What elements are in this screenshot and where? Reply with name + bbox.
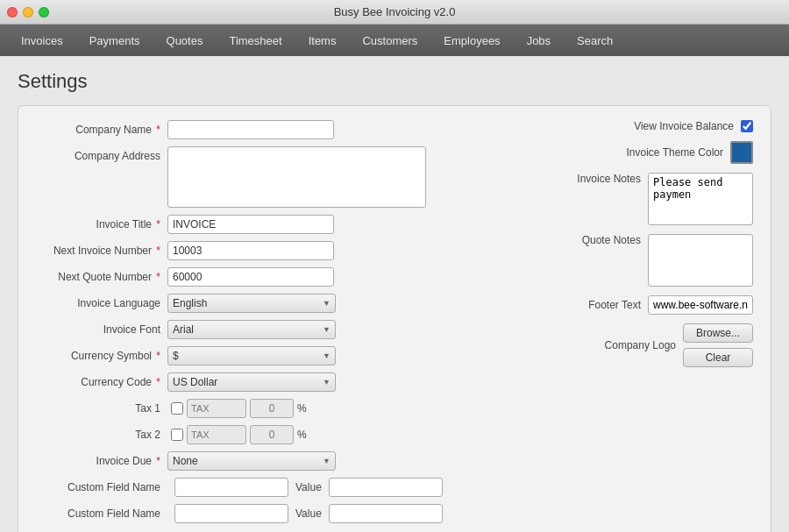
tax1-percent-symbol: % (297, 402, 307, 415)
title-bar: Busy Bee Invoicing v2.0 (0, 0, 789, 25)
currency-symbol-wrapper: $ € £ ¥ (167, 346, 336, 365)
page-title: Settings (18, 70, 771, 93)
next-invoice-number-input[interactable] (167, 241, 334, 260)
next-quote-number-label: Next Quote Number * (36, 267, 167, 287)
company-logo-label: Company Logo (605, 339, 676, 351)
nav-item-timesheet[interactable]: Timesheet (217, 31, 294, 51)
custom-field1-row: Custom Field Name Value (36, 478, 473, 497)
nav-item-items[interactable]: Items (296, 31, 349, 51)
quote-notes-input[interactable] (648, 234, 753, 287)
invoice-font-select[interactable]: Arial Helvetica Times New Roman Courier (167, 320, 336, 339)
company-name-row: Company Name * (36, 120, 473, 139)
invoice-due-select[interactable]: None On Receipt Net 15 Net 30 Net 60 (167, 451, 336, 471)
view-invoice-balance-label: View Invoice Balance (634, 120, 734, 132)
tax1-checkbox[interactable] (171, 402, 183, 415)
tax2-percent-symbol: % (297, 429, 307, 441)
invoice-title-input[interactable] (167, 215, 334, 234)
invoice-theme-color-row: Invoice Theme Color (508, 141, 753, 164)
tax1-name-input[interactable] (187, 399, 246, 418)
footer-text-row: Footer Text (508, 295, 753, 315)
next-quote-number-row: Next Quote Number * (36, 267, 473, 287)
invoice-theme-color-swatch[interactable] (730, 141, 753, 164)
quote-notes-label: Quote Notes (582, 234, 641, 246)
tax2-row: Tax 2 % (36, 425, 473, 444)
currency-code-wrapper: US Dollar Euro British Pound Japanese Ye… (167, 372, 336, 392)
invoice-notes-label: Invoice Notes (577, 173, 641, 185)
settings-card: Company Name * Company Address Invoice T… (18, 105, 771, 532)
currency-code-label: Currency Code * (36, 372, 167, 392)
invoice-font-label: Invoice Font (36, 320, 167, 339)
right-col: View Invoice Balance Invoice Theme Color… (508, 120, 753, 530)
invoice-font-wrapper: Arial Helvetica Times New Roman Courier (167, 320, 336, 339)
invoice-font-row: Invoice Font Arial Helvetica Times New R… (36, 320, 473, 339)
company-address-row: Company Address (36, 146, 473, 208)
nav-bar: Invoices Payments Quotes Timesheet Items… (0, 25, 789, 56)
nav-item-jobs[interactable]: Jobs (515, 31, 563, 51)
custom-field2-value-label: Value (295, 507, 322, 520)
invoice-due-wrapper: None On Receipt Net 15 Net 30 Net 60 (167, 451, 336, 471)
view-invoice-balance-row: View Invoice Balance (508, 120, 753, 132)
invoice-language-wrapper: English French Spanish German (167, 294, 336, 313)
custom-field2-value-input[interactable] (329, 504, 443, 523)
invoice-language-select[interactable]: English French Spanish German (167, 294, 336, 313)
main-content: Settings Company Name * Company Address … (0, 56, 789, 532)
company-logo-row: Company Logo Browse... Clear (508, 323, 753, 367)
custom-field2-name-input[interactable] (174, 504, 288, 523)
maximize-button[interactable] (39, 7, 49, 18)
company-name-input[interactable] (167, 120, 334, 139)
left-col: Company Name * Company Address Invoice T… (36, 120, 473, 530)
invoice-notes-input[interactable]: Please send paymen (648, 173, 753, 225)
invoice-notes-row: Invoice Notes Please send paymen (508, 173, 753, 225)
invoice-due-row: Invoice Due * None On Receipt Net 15 Net… (36, 451, 473, 471)
tax1-row: Tax 1 % (36, 399, 473, 418)
currency-code-row: Currency Code * US Dollar Euro British P… (36, 372, 473, 392)
invoice-title-row: Invoice Title * (36, 215, 473, 234)
nav-item-customers[interactable]: Customers (350, 31, 430, 51)
view-invoice-balance-checkbox[interactable] (741, 120, 753, 132)
close-button[interactable] (7, 7, 18, 18)
currency-symbol-row: Currency Symbol * $ € £ ¥ (36, 346, 473, 365)
custom-field1-label: Custom Field Name (36, 481, 167, 493)
nav-item-quotes[interactable]: Quotes (154, 31, 216, 51)
footer-text-input[interactable] (648, 295, 753, 315)
custom-field2-label: Custom Field Name (36, 507, 167, 520)
traffic-lights (7, 7, 49, 18)
tax1-value-input[interactable] (250, 399, 294, 418)
custom-field1-value-input[interactable] (329, 478, 443, 497)
nav-item-payments[interactable]: Payments (77, 31, 153, 51)
nav-item-invoices[interactable]: Invoices (9, 31, 75, 51)
invoice-theme-color-label: Invoice Theme Color (627, 146, 724, 159)
browse-button[interactable]: Browse... (683, 323, 753, 343)
currency-symbol-label: Currency Symbol * (36, 346, 167, 365)
company-address-input[interactable] (167, 146, 426, 208)
currency-code-select[interactable]: US Dollar Euro British Pound Japanese Ye… (167, 372, 336, 392)
next-quote-number-input[interactable] (167, 267, 334, 287)
tax2-value-input[interactable] (250, 425, 294, 444)
invoice-title-label: Invoice Title * (36, 215, 167, 234)
company-address-label: Company Address (36, 146, 167, 166)
currency-symbol-select[interactable]: $ € £ ¥ (167, 346, 336, 365)
invoice-language-label: Invoice Language (36, 294, 167, 313)
next-invoice-number-row: Next Invoice Number * (36, 241, 473, 260)
window-title: Busy Bee Invoicing v2.0 (334, 5, 456, 18)
custom-field1-name-input[interactable] (174, 478, 288, 497)
footer-text-label: Footer Text (588, 299, 641, 311)
custom-field1-value-label: Value (295, 481, 322, 493)
quote-notes-row: Quote Notes (508, 234, 753, 287)
next-invoice-number-label: Next Invoice Number * (36, 241, 167, 260)
nav-item-search[interactable]: Search (565, 31, 625, 51)
custom-field2-row: Custom Field Name Value (36, 504, 473, 523)
company-name-label: Company Name * (36, 120, 167, 139)
tax2-checkbox[interactable] (171, 429, 183, 441)
tax2-name-input[interactable] (187, 425, 246, 444)
required-star: * (156, 124, 160, 136)
clear-button[interactable]: Clear (683, 348, 753, 367)
invoice-language-row: Invoice Language English French Spanish … (36, 294, 473, 313)
invoice-due-label: Invoice Due * (36, 451, 167, 471)
tax1-label: Tax 1 (36, 402, 167, 415)
tax2-label: Tax 2 (36, 429, 167, 441)
nav-item-employees[interactable]: Employees (431, 31, 512, 51)
minimize-button[interactable] (23, 7, 33, 18)
logo-buttons: Browse... Clear (683, 323, 753, 367)
